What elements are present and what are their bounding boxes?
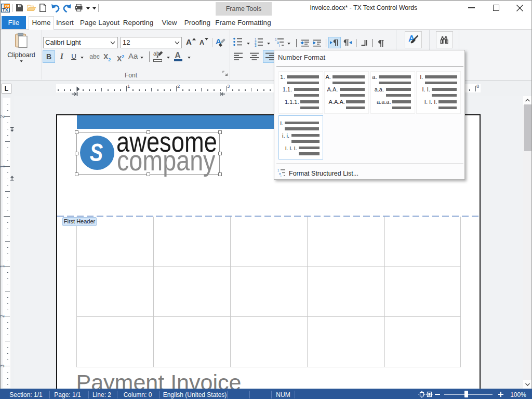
svg-text:TX: TX xyxy=(2,7,8,12)
svg-text:i: i xyxy=(281,175,281,177)
svg-text:3: 3 xyxy=(255,44,257,47)
svg-text:i: i xyxy=(279,44,280,47)
